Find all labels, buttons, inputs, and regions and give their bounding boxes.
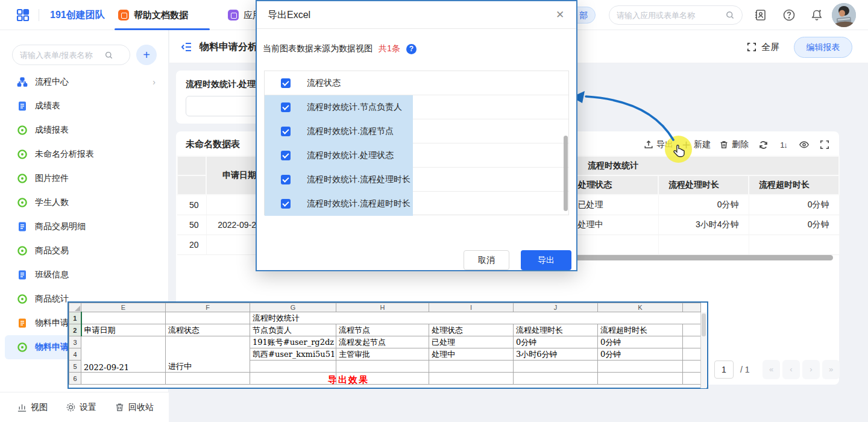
sidebar-search-input[interactable] — [20, 51, 104, 60]
sidebar-item-trade-detail[interactable]: 商品交易明细 — [5, 215, 164, 239]
page-total: / 1 — [740, 361, 750, 379]
field-row[interactable]: 流程时效统计.流程处理时长 — [265, 168, 568, 192]
chevron-right-icon[interactable]: › — [153, 77, 156, 87]
excel-cell-i3: 已处理 — [429, 336, 514, 348]
refresh-icon[interactable] — [757, 139, 769, 151]
app-doc-icon — [118, 10, 129, 20]
sidebar-item-class-info[interactable]: 班级信息 — [5, 263, 164, 287]
form-doc-icon — [17, 101, 28, 112]
contacts-icon[interactable] — [753, 8, 767, 22]
export-excel-modal: 导出Excel 当前图表数据来源为数据视图 共1条 流程状态 流程时效统计.节点… — [256, 0, 577, 271]
settings-label: 设置 — [80, 402, 96, 413]
form-doc-icon — [17, 318, 28, 329]
close-icon[interactable] — [553, 8, 567, 22]
col-header-status: 处理状态 — [568, 175, 658, 195]
excel-cell-f2: 流程状态 — [166, 324, 250, 336]
visibility-eye-icon[interactable] — [798, 139, 810, 151]
checkbox-checked[interactable] — [281, 102, 291, 112]
bar-chart-icon — [17, 402, 27, 412]
global-search[interactable] — [609, 5, 743, 25]
workspace-grid-icon[interactable] — [16, 8, 30, 22]
checkbox-checked[interactable] — [281, 78, 291, 88]
report-ring-icon — [17, 342, 28, 353]
report-ring-icon — [17, 149, 28, 160]
sidebar-item-process-center[interactable]: 流程中心 › — [5, 70, 164, 94]
group-header: 流程时效统计 — [568, 156, 839, 175]
add-form-button[interactable]: + — [136, 45, 157, 65]
sidebar-item-score-form[interactable]: 成绩表 — [5, 94, 164, 118]
sidebar-item-label: 图片控件 — [35, 173, 69, 184]
help-icon[interactable] — [782, 8, 796, 22]
views-button[interactable]: 视图 — [17, 402, 48, 413]
fullscreen-label: 全屏 — [761, 42, 779, 53]
next-page-icon[interactable] — [802, 360, 820, 379]
row-number: 1 — [69, 312, 81, 324]
excel-cell-g1: 流程时效统计 — [250, 312, 683, 324]
row-header-cell — [177, 156, 206, 175]
report-ring-icon — [17, 173, 28, 184]
recycle-bin-button[interactable]: 回收站 — [115, 402, 154, 413]
last-page-icon[interactable] — [822, 360, 840, 379]
excel-cell-g4: 凯西#user_kxmi5u51 — [250, 348, 336, 361]
checkbox-checked[interactable] — [281, 127, 291, 136]
checkbox-checked[interactable] — [281, 199, 291, 209]
tab-help-doc-data[interactable]: 帮助文档数据 — [118, 0, 188, 30]
excel-cell-h2: 流程节点 — [336, 324, 429, 336]
report-ring-icon — [17, 294, 28, 304]
sidebar-item-student-count[interactable]: 学生人数 — [5, 191, 164, 215]
horizontal-scrollbar[interactable] — [574, 255, 833, 260]
confirm-export-button[interactable]: 导出 — [521, 250, 571, 270]
sidebar-item-image-widget[interactable]: 图片控件 — [5, 166, 164, 191]
modal-title: 导出Excel — [268, 1, 310, 29]
collapse-panel-icon[interactable] — [180, 40, 193, 54]
fullscreen-button[interactable]: 全屏 — [747, 39, 779, 55]
sidebar-item-label: 商品统计 — [35, 294, 69, 304]
sidebar-search[interactable] — [12, 45, 130, 65]
excel-cell-h4: 主管审批 — [336, 348, 429, 361]
prev-page-icon[interactable] — [782, 360, 800, 379]
col-letter: H — [336, 303, 429, 312]
excel-grid: E F G H I J K 1 流程时效统计 2 申请日期 流程状态 节点负责人 — [69, 303, 701, 385]
cancel-button[interactable]: 取消 — [464, 250, 509, 270]
notifications-bell-icon[interactable] — [810, 8, 823, 22]
sidebar-item-label: 物料申请 — [35, 342, 69, 353]
field-label: 流程状态 — [307, 78, 341, 89]
sidebar-item-score-report[interactable]: 成绩报表 — [5, 118, 164, 142]
delete-button[interactable]: 删除 — [719, 139, 749, 150]
modal-scrollbar[interactable] — [564, 136, 568, 211]
field-row[interactable]: 流程时效统计.处理状态 — [265, 143, 568, 168]
sidebar-item-unnamed-report[interactable]: 未命名分析报表 — [5, 142, 164, 166]
export-result-caption: 导出效果 — [328, 374, 369, 386]
excel-cell-j3: 0分钟 — [514, 336, 598, 348]
help-question-icon[interactable] — [406, 44, 417, 54]
field-row[interactable]: 流程时效统计.流程超时时长 — [265, 192, 568, 216]
first-page-icon[interactable] — [763, 360, 780, 379]
checkbox-checked[interactable] — [281, 175, 291, 184]
table-fullscreen-icon[interactable] — [819, 139, 831, 151]
sidebar-item-label: 成绩报表 — [35, 125, 69, 136]
field-row[interactable]: 流程状态 — [265, 71, 568, 95]
field-row[interactable]: 流程时效统计.节点负责人 — [265, 95, 568, 119]
field-row[interactable]: 流程时效统计.流程节点 — [265, 119, 568, 143]
excel-cell-j4: 3小时6分钟 — [514, 348, 598, 361]
search-icon — [725, 10, 735, 20]
global-search-input[interactable] — [617, 11, 725, 20]
col-header-overtime: 流程超时时长 — [749, 175, 839, 195]
search-icon — [104, 51, 113, 60]
edit-report-button[interactable]: 编辑报表 — [794, 37, 852, 58]
checkbox-checked[interactable] — [281, 151, 291, 160]
form-doc-icon — [17, 221, 28, 232]
user-avatar[interactable] — [832, 3, 856, 27]
col-letter: F — [166, 303, 250, 312]
hand-cursor-icon — [671, 143, 687, 159]
recycle-label: 回收站 — [128, 402, 154, 413]
excel-cell-k4: 0分钟 — [598, 348, 683, 361]
page-number-input[interactable]: 1 — [714, 361, 734, 379]
row-number: 4 — [69, 348, 81, 361]
team-name[interactable]: 191创建团队 — [50, 0, 105, 30]
sidebar-item-trade[interactable]: 商品交易 — [5, 239, 164, 263]
modal-footer: 取消 导出 — [257, 244, 576, 272]
settings-button[interactable]: 设置 — [66, 402, 96, 413]
sort-icon[interactable] — [778, 139, 790, 151]
row-number: 3 — [69, 336, 81, 348]
